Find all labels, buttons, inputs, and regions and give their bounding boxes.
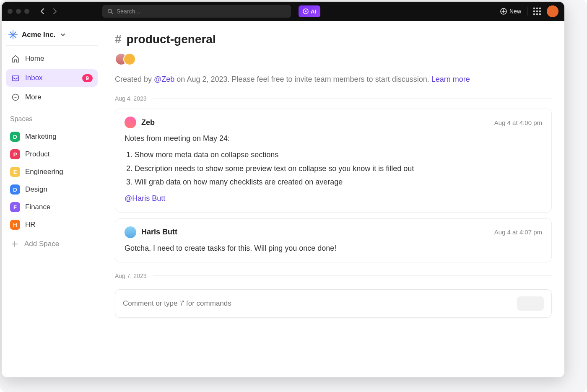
chevron-down-icon — [60, 32, 65, 37]
message-timestamp: Aug 4 at 4:07 pm — [494, 228, 542, 236]
space-item[interactable]: EEngineering — [6, 163, 98, 181]
nav-label: More — [25, 93, 42, 101]
comment-input[interactable] — [123, 299, 512, 308]
date-divider: Aug 4, 2023 — [115, 95, 552, 102]
new-button[interactable]: New — [500, 8, 521, 15]
message-body: Gotcha, I need to create tasks for this.… — [125, 242, 542, 254]
message-card[interactable]: Zeb Aug 4 at 4:00 pm Notes from meeting … — [115, 109, 552, 213]
creator-mention[interactable]: @Zeb — [154, 75, 174, 83]
nav-back-button[interactable] — [37, 6, 48, 17]
channel-title: # product-general — [115, 33, 552, 46]
search-placeholder: Search... — [117, 8, 140, 15]
hash-icon: # — [115, 33, 122, 46]
space-label: Product — [25, 150, 50, 158]
message-card[interactable]: Haris Butt Aug 4 at 4:07 pm Gotcha, I ne… — [115, 218, 552, 262]
space-badge: P — [10, 149, 20, 159]
search-icon — [107, 8, 113, 14]
send-button[interactable] — [517, 296, 544, 311]
member-avatar[interactable] — [123, 53, 136, 65]
space-badge: D — [10, 132, 20, 142]
svg-point-8 — [16, 97, 17, 98]
add-space-label: Add Space — [24, 240, 59, 248]
space-item[interactable]: DDesign — [6, 181, 98, 198]
space-label: Design — [25, 185, 47, 194]
message-author: Haris Butt — [141, 228, 177, 236]
space-label: HR — [25, 221, 36, 229]
message-author: Zeb — [141, 118, 155, 127]
date-divider: Aug 7, 2023 — [115, 273, 552, 279]
channel-description: Created by @Zeb on Aug 2, 2023. Please f… — [115, 74, 552, 85]
list-item: Will grab data on how many checklists ar… — [135, 175, 542, 189]
message-timestamp: Aug 4 at 4:00 pm — [494, 119, 542, 126]
inbox-badge: 9 — [82, 74, 93, 82]
user-mention[interactable]: @Haris Butt — [125, 194, 165, 202]
ai-icon — [303, 8, 309, 14]
space-item[interactable]: DMarketing — [6, 128, 98, 145]
search-input[interactable]: Search... — [102, 5, 291, 18]
plus-icon — [10, 239, 19, 249]
topbar: Search... AI New — [2, 2, 564, 21]
nav-forward-button[interactable] — [49, 6, 60, 17]
workspace-name: Acme Inc. — [22, 31, 55, 39]
nav-label: Inbox — [25, 74, 43, 82]
comment-box[interactable] — [115, 289, 552, 318]
home-icon — [11, 54, 20, 63]
svg-point-7 — [15, 97, 16, 98]
message-avatar[interactable] — [125, 226, 136, 238]
space-badge: F — [10, 202, 20, 212]
nav-inbox[interactable]: Inbox 9 — [6, 69, 98, 87]
message-avatar[interactable] — [125, 117, 136, 128]
space-item[interactable]: PProduct — [6, 145, 98, 163]
more-icon — [11, 93, 20, 102]
window-controls[interactable] — [8, 9, 29, 14]
user-avatar[interactable] — [547, 5, 558, 17]
sidebar: Acme Inc. Home Inbox 9 More — [2, 21, 102, 377]
add-space-button[interactable]: Add Space — [6, 235, 98, 253]
nav-more[interactable]: More — [6, 88, 98, 106]
list-item: Show more meta data on collapse sections — [135, 148, 542, 162]
svg-point-6 — [14, 97, 15, 98]
svg-line-1 — [112, 13, 113, 14]
space-badge: D — [10, 184, 20, 195]
message-body: Notes from meeting on May 24: Show more … — [125, 132, 542, 205]
learn-more-link[interactable]: Learn more — [431, 75, 470, 83]
space-label: Finance — [25, 203, 50, 211]
spaces-heading: Spaces — [6, 108, 98, 126]
nav-home[interactable]: Home — [6, 50, 98, 67]
workspace-logo-icon — [8, 30, 18, 39]
nav-label: Home — [25, 55, 44, 63]
main-content: # product-general Created by @Zeb on Aug… — [102, 21, 564, 377]
apps-grid-button[interactable] — [533, 8, 541, 15]
svg-point-3 — [305, 10, 306, 12]
channel-name: product-general — [127, 33, 216, 46]
divider — [527, 7, 527, 16]
space-item[interactable]: FFinance — [6, 198, 98, 216]
workspace-switcher[interactable]: Acme Inc. — [6, 27, 98, 46]
plus-circle-icon — [500, 8, 507, 15]
space-label: Marketing — [25, 132, 57, 141]
space-badge: E — [10, 167, 20, 177]
member-avatars[interactable] — [115, 53, 552, 65]
list-item: Description needs to show some preview t… — [135, 162, 542, 176]
space-item[interactable]: HHR — [6, 216, 98, 234]
inbox-icon — [11, 73, 20, 83]
space-badge: H — [10, 220, 20, 230]
space-label: Engineering — [25, 168, 63, 176]
ai-button[interactable]: AI — [299, 5, 320, 17]
